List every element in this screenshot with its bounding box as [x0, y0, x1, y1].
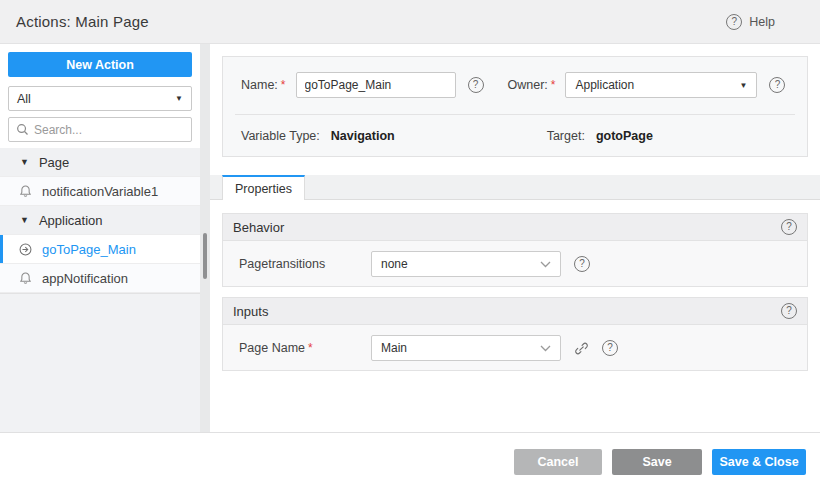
tree-item-appNotification[interactable]: appNotification [0, 264, 200, 293]
inputs-help-icon[interactable]: ? [781, 303, 797, 319]
caret-down-icon: ▼ [740, 81, 748, 90]
owner-dropdown[interactable]: Application ▼ [565, 72, 757, 98]
tree-group-label: Application [39, 213, 103, 228]
required-marker: * [551, 78, 556, 92]
collapse-icon[interactable]: ▼ [20, 157, 29, 167]
sidebar-scrollbar-track[interactable] [200, 44, 210, 432]
pagetransitions-label: Pagetransitions [239, 257, 371, 271]
dialog-header: Actions: Main Page ? Help [0, 0, 820, 44]
action-detail-panel: Name:* ? Owner:* Application ▼ ? Variabl… [210, 44, 820, 432]
actions-dialog: Actions: Main Page ? Help New Action All… [0, 0, 820, 488]
tab-strip: Properties [210, 175, 820, 200]
owner-help-icon[interactable]: ? [769, 77, 785, 93]
inputs-section: Inputs ? Page Name* Main ? [222, 297, 808, 371]
caret-down-icon: ▼ [175, 94, 183, 103]
tree-item-label: goToPage_Main [42, 242, 136, 257]
new-action-button[interactable]: New Action [8, 52, 192, 77]
dialog-footer: Cancel Save Save & Close [0, 432, 820, 488]
tree-group-page[interactable]: ▼ Page [0, 148, 200, 177]
filter-dropdown-value: All [17, 92, 31, 106]
cancel-button[interactable]: Cancel [514, 449, 602, 475]
actions-tree: ▼ Page notificationVariable1 ▼ Applicati… [0, 148, 200, 293]
actions-sidebar: New Action All ▼ ▼ Page [0, 44, 210, 432]
tab-properties[interactable]: Properties [222, 175, 305, 200]
name-label: Name:* [241, 78, 286, 92]
behavior-section-title: Behavior [233, 220, 284, 235]
target-value: gotoPage [596, 129, 653, 143]
tree-item-notificationVariable1[interactable]: notificationVariable1 [0, 177, 200, 206]
page-title: Actions: Main Page [0, 13, 149, 30]
owner-dropdown-value: Application [575, 78, 634, 92]
pagetransitions-help-icon[interactable]: ? [574, 256, 590, 272]
notification-icon [18, 271, 33, 286]
page-name-label: Page Name* [239, 341, 371, 355]
inputs-section-title: Inputs [233, 304, 268, 319]
search-box[interactable] [8, 117, 192, 142]
notification-icon [18, 184, 33, 199]
behavior-section: Behavior ? Pagetransitions none ? [222, 213, 808, 287]
page-name-help-icon[interactable]: ? [602, 340, 618, 356]
search-input[interactable] [34, 123, 174, 137]
help-icon: ? [726, 14, 742, 30]
sidebar-scrollbar-thumb[interactable] [203, 233, 207, 279]
required-marker: * [308, 341, 313, 355]
action-summary-panel: Name:* ? Owner:* Application ▼ ? Variabl… [222, 56, 808, 157]
tree-item-label: appNotification [42, 271, 128, 286]
behavior-help-icon[interactable]: ? [781, 219, 797, 235]
required-marker: * [281, 78, 286, 92]
owner-label: Owner:* [508, 78, 556, 92]
target-label: Target: [547, 129, 585, 143]
tree-group-label: Page [39, 155, 69, 170]
page-name-dropdown-value: Main [381, 341, 407, 355]
link-binding-icon[interactable] [574, 341, 589, 356]
help-label: Help [749, 15, 775, 29]
tree-item-label: notificationVariable1 [42, 184, 158, 199]
pagetransitions-dropdown-value: none [381, 257, 408, 271]
chevron-down-icon [540, 345, 551, 352]
variable-type-label: Variable Type: [241, 129, 320, 143]
name-help-icon[interactable]: ? [468, 77, 484, 93]
help-link[interactable]: ? Help [726, 0, 775, 44]
name-field[interactable] [296, 72, 456, 98]
tree-item-goToPage_Main[interactable]: goToPage_Main [0, 235, 200, 264]
filter-dropdown[interactable]: All ▼ [8, 86, 192, 111]
goto-page-icon [18, 242, 33, 257]
collapse-icon[interactable]: ▼ [20, 215, 29, 225]
chevron-down-icon [540, 261, 551, 268]
pagetransitions-dropdown[interactable]: none [371, 251, 561, 277]
variable-type-value: Navigation [331, 129, 395, 143]
page-name-dropdown[interactable]: Main [371, 335, 561, 361]
tree-group-application[interactable]: ▼ Application [0, 206, 200, 235]
search-icon [16, 123, 29, 136]
save-close-button[interactable]: Save & Close [712, 449, 806, 475]
sidebar-empty-area [0, 293, 200, 432]
save-button[interactable]: Save [612, 449, 702, 475]
